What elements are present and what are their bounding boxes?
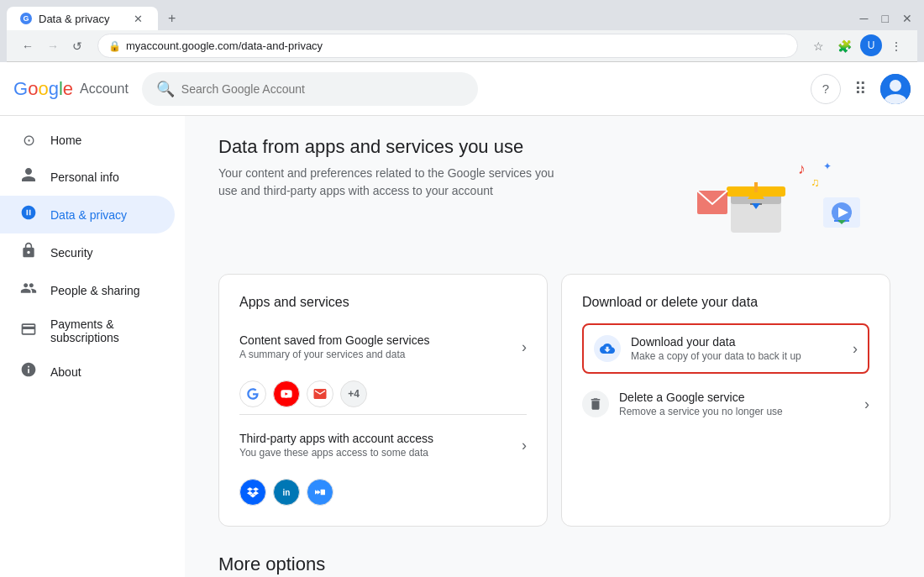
- sidebar-item-security[interactable]: Security: [0, 233, 175, 271]
- card-divider: [239, 414, 527, 415]
- linkedin-icon: in: [273, 479, 300, 506]
- star-button[interactable]: ☆: [808, 34, 829, 58]
- sidebar-item-home[interactable]: ⊙ Home: [0, 123, 175, 158]
- svg-text:♫: ♫: [811, 176, 820, 189]
- nav-buttons: ← → ↺: [17, 34, 87, 58]
- sidebar-item-data-privacy[interactable]: Data & privacy: [0, 196, 175, 233]
- logo-e: e: [63, 78, 73, 99]
- delete-service-item[interactable]: Delete a Google service Remove a service…: [582, 380, 869, 428]
- sidebar-item-home-label: Home: [50, 134, 81, 147]
- google-logo: Google Account: [13, 78, 129, 100]
- svg-rect-12: [754, 182, 758, 192]
- zoom-icon: [307, 479, 333, 506]
- section-illustration: ♪ ♫ ✦: [672, 136, 890, 254]
- browser-actions: ☆ 🧩 U ⋮: [808, 34, 907, 58]
- more-apps-icon: +4: [340, 380, 367, 407]
- content-saved-item[interactable]: Content saved from Google services A sum…: [239, 323, 527, 370]
- svg-text:♪: ♪: [798, 160, 806, 177]
- chevron-right-icon-download: ›: [853, 340, 858, 358]
- forward-button[interactable]: →: [42, 34, 64, 58]
- main-content: Data from apps and services you use Your…: [185, 116, 924, 577]
- search-box[interactable]: 🔍: [142, 72, 478, 106]
- sidebar-item-personal-label: Personal info: [50, 170, 119, 184]
- third-party-title: Third-party apps with account access: [239, 432, 522, 445]
- zoom-svg: [313, 485, 327, 499]
- section-text: Data from apps and services you use Your…: [218, 136, 554, 200]
- close-window-button[interactable]: ✕: [897, 7, 917, 30]
- maximize-button[interactable]: □: [877, 7, 894, 30]
- download-data-desc: Make a copy of your data to back it up: [631, 350, 853, 362]
- apps-card-title: Apps and services: [239, 295, 527, 310]
- person-icon: [20, 166, 37, 187]
- more-options-text: More options Other options to manage you…: [218, 553, 554, 577]
- sidebar-item-about[interactable]: About: [0, 353, 175, 391]
- more-options-title: More options: [218, 553, 554, 575]
- new-tab-button[interactable]: +: [161, 8, 182, 29]
- refresh-button[interactable]: ↺: [67, 34, 87, 58]
- svg-point-1: [890, 80, 901, 92]
- content-saved-title: Content saved from Google services: [239, 333, 522, 347]
- trash-icon: [582, 391, 609, 417]
- chevron-right-icon-delete: ›: [864, 396, 869, 413]
- cloud-upload-icon: [594, 335, 621, 362]
- apps-button[interactable]: ⠿: [848, 72, 874, 106]
- cloud-svg: [600, 341, 615, 356]
- cards-grid: Apps and services Content saved from Goo…: [218, 274, 890, 527]
- download-data-item[interactable]: Download your data Make a copy of your d…: [582, 323, 869, 374]
- logo-g: G: [13, 78, 28, 99]
- menu-button[interactable]: ⋮: [885, 34, 907, 58]
- extensions-button[interactable]: 🧩: [832, 34, 857, 58]
- download-card-title: Download or delete your data: [582, 295, 869, 310]
- gmail-app-icon: [307, 380, 333, 407]
- youtube-app-icon: [273, 380, 300, 407]
- active-tab[interactable]: G Data & privacy ✕: [7, 7, 158, 30]
- url-bar[interactable]: 🔒 myaccount.google.com/data-and-privacy: [97, 34, 798, 58]
- tab-favicon: G: [20, 13, 32, 24]
- third-party-app-icons: in: [239, 479, 527, 506]
- google-svg: [245, 386, 260, 401]
- back-button[interactable]: ←: [17, 34, 39, 58]
- header-actions: ? ⠿: [811, 72, 911, 106]
- sidebar-item-personal-info[interactable]: Personal info: [0, 158, 175, 196]
- people-icon: [20, 280, 37, 301]
- chevron-right-icon: ›: [522, 338, 527, 356]
- logo-o2: o: [38, 78, 48, 99]
- svg-rect-20: [321, 490, 325, 496]
- delete-service-desc: Remove a service you no longer use: [619, 406, 864, 417]
- youtube-svg: [280, 387, 293, 401]
- avatar-image: [880, 74, 911, 104]
- help-button[interactable]: ?: [811, 74, 841, 104]
- sidebar-item-payments[interactable]: Payments & subscriptions: [0, 309, 175, 353]
- more-options-header: More options Other options to manage you…: [218, 553, 890, 577]
- delete-service-text: Delete a Google service Remove a service…: [619, 391, 864, 417]
- tab-close-button[interactable]: ✕: [131, 12, 144, 25]
- minimize-button[interactable]: ─: [855, 7, 874, 30]
- apps-services-card: Apps and services Content saved from Goo…: [218, 274, 548, 527]
- more-options-svg: [697, 566, 865, 577]
- sidebar-item-people-label: People & sharing: [50, 284, 140, 297]
- section-desc: Your content and preferences related to …: [218, 165, 554, 200]
- profile-button[interactable]: U: [860, 34, 882, 56]
- more-options-illustration: [672, 553, 890, 577]
- sidebar-item-security-label: Security: [50, 246, 93, 260]
- avatar[interactable]: [880, 74, 911, 104]
- browser-chrome: G Data & privacy ✕ + ─ □ ✕ ← → ↺ 🔒 myacc…: [0, 0, 924, 62]
- download-data-title: Download your data: [631, 335, 853, 349]
- third-party-text: Third-party apps with account access You…: [239, 432, 522, 459]
- chevron-right-icon-2: ›: [522, 437, 527, 454]
- svg-text:✦: ✦: [823, 160, 832, 172]
- sidebar-item-payments-label: Payments & subscriptions: [50, 317, 155, 344]
- third-party-item[interactable]: Third-party apps with account access You…: [239, 422, 527, 469]
- lock-icon: 🔒: [108, 40, 121, 52]
- google-app-icon: [239, 380, 266, 407]
- home-icon: ⊙: [20, 131, 37, 149]
- sidebar: ⊙ Home Personal info Data & privacy Secu…: [0, 116, 185, 577]
- search-input[interactable]: [181, 82, 464, 96]
- delete-svg: [588, 396, 603, 412]
- sidebar-item-people-sharing[interactable]: People & sharing: [0, 271, 175, 309]
- about-icon: [20, 361, 37, 382]
- content-saved-text: Content saved from Google services A sum…: [239, 333, 522, 360]
- app-header: Google Account 🔍 ? ⠿: [0, 62, 924, 116]
- url-text: myaccount.google.com/data-and-privacy: [126, 39, 323, 52]
- payments-icon: [20, 321, 37, 342]
